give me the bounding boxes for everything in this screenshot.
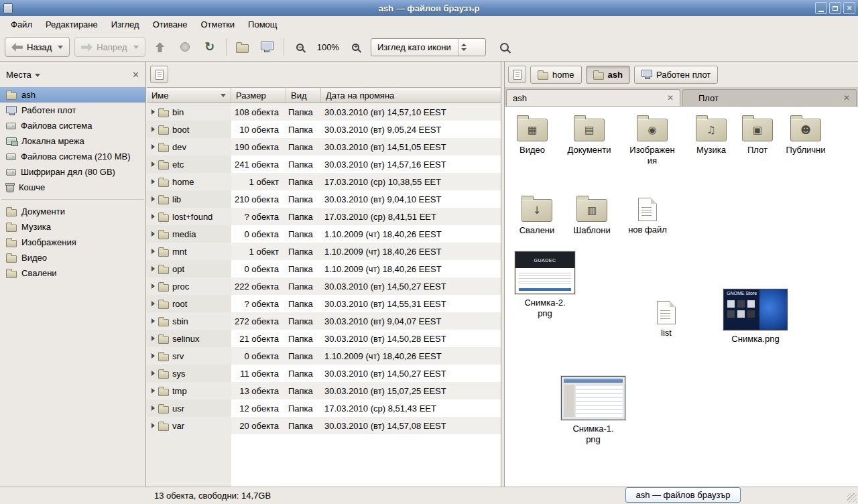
icon-view-item-video[interactable]: ▦ Видео bbox=[510, 115, 554, 155]
column-header-type[interactable]: Вид bbox=[286, 88, 321, 103]
zoom-in-button[interactable]: + bbox=[346, 37, 366, 57]
sidebar-item-filesystem-210mb[interactable]: Файлова система (210 MB) bbox=[0, 149, 145, 164]
stop-button[interactable] bbox=[175, 37, 195, 57]
sidebar-item-encrypted-80gb[interactable]: Шифриран дял (80 GB) bbox=[0, 164, 145, 180]
sidebar-item-downloads[interactable]: Свалени bbox=[0, 265, 145, 281]
computer-button[interactable] bbox=[257, 37, 278, 57]
table-row[interactable]: mnt 1 обект Папка 1.10.2009 (чт) 18,40,2… bbox=[147, 243, 501, 260]
search-button[interactable] bbox=[495, 37, 515, 57]
expander-icon[interactable] bbox=[151, 336, 155, 341]
expander-icon[interactable] bbox=[151, 301, 155, 306]
table-row[interactable]: srv 0 обекта Папка 1.10.2009 (чт) 18,40,… bbox=[147, 347, 501, 365]
expander-icon[interactable] bbox=[151, 266, 155, 271]
icon-view-item-templates[interactable]: ▥ Шаблони bbox=[568, 195, 616, 236]
menu-edit[interactable]: Редактиране bbox=[39, 17, 105, 32]
expander-icon[interactable] bbox=[151, 179, 155, 184]
expander-icon[interactable] bbox=[151, 405, 155, 411]
resize-grip[interactable] bbox=[847, 493, 857, 503]
table-row[interactable]: root ? обекта Папка 30.03.2010 (вт) 14,5… bbox=[147, 295, 501, 312]
table-row[interactable]: bin 108 обекта Папка 30.03.2010 (вт) 14,… bbox=[147, 103, 501, 121]
table-row[interactable]: tmp 13 обекта Папка 30.03.2010 (вт) 15,0… bbox=[147, 382, 501, 399]
expander-icon[interactable] bbox=[151, 249, 155, 254]
home-button[interactable] bbox=[233, 37, 253, 57]
sidebar-item-local-network[interactable]: Локална мрежа bbox=[0, 133, 145, 149]
icon-view-item-snimka1[interactable]: Снимка-1.png bbox=[560, 376, 627, 444]
expander-icon[interactable] bbox=[151, 284, 155, 289]
menu-bookmarks[interactable]: Отметки bbox=[194, 17, 241, 32]
pathbar-pane-button[interactable] bbox=[508, 66, 526, 83]
tab-ash[interactable]: ash ✕ bbox=[506, 89, 680, 106]
sidebar-item-documents[interactable]: Документи bbox=[0, 204, 145, 219]
expander-icon[interactable] bbox=[151, 231, 155, 237]
icon-view-item-desktop[interactable]: ▣ Плот bbox=[737, 115, 778, 155]
expander-icon[interactable] bbox=[151, 196, 155, 202]
close-button[interactable]: ✕ bbox=[843, 2, 855, 14]
expander-icon[interactable] bbox=[151, 144, 155, 149]
minimize-button[interactable] bbox=[815, 2, 827, 14]
icon-view-item-downloads[interactable]: ↓ Свалени bbox=[513, 195, 561, 236]
path-button-ash[interactable]: ash bbox=[586, 66, 630, 84]
path-button-desktop[interactable]: Работен плот bbox=[634, 66, 718, 84]
taskbar-window-button[interactable]: ash — файлов браузър bbox=[625, 487, 741, 503]
back-dropdown-icon[interactable] bbox=[58, 46, 63, 49]
view-mode-select[interactable]: Изглед като икони bbox=[371, 38, 486, 56]
sidebar-item-desktop[interactable]: Работен плот bbox=[0, 103, 145, 118]
table-row[interactable]: sbin 272 обекта Папка 30.03.2010 (вт) 9,… bbox=[147, 312, 501, 330]
forward-dropdown-icon[interactable] bbox=[133, 46, 139, 49]
sidebar-item-pictures[interactable]: Изображения bbox=[0, 235, 145, 250]
tab-close-icon[interactable]: ✕ bbox=[843, 94, 850, 102]
expander-icon[interactable] bbox=[151, 371, 155, 376]
table-row[interactable]: usr 12 обекта Папка 17.03.2010 (ср) 8,51… bbox=[147, 399, 501, 417]
table-row[interactable]: selinux 21 обекта Папка 30.03.2010 (вт) … bbox=[147, 330, 501, 347]
table-row[interactable]: lib 210 обекта Папка 30.03.2010 (вт) 9,0… bbox=[147, 190, 501, 208]
icon-view-item-new-file[interactable]: нов файл bbox=[625, 195, 670, 235]
path-button-home[interactable]: home bbox=[530, 66, 582, 84]
reload-button[interactable]: ↻ bbox=[200, 37, 220, 57]
icon-view-item-public[interactable]: ☻ Публични bbox=[781, 115, 831, 155]
tab-close-icon[interactable]: ✕ bbox=[667, 94, 674, 102]
icon-view-item-snimka[interactable]: GNOME Store Снимка.png bbox=[721, 289, 790, 344]
expander-icon[interactable] bbox=[151, 162, 155, 167]
table-row[interactable]: var 20 обекта Папка 30.03.2010 (вт) 14,5… bbox=[147, 417, 501, 434]
table-row[interactable]: proc 222 обекта Папка 30.03.2010 (вт) 14… bbox=[147, 277, 501, 295]
icon-view[interactable]: ▦ Видео ▤ Документи ◉ Изображения ♫ Музи… bbox=[505, 107, 858, 487]
menu-view[interactable]: Изглед bbox=[105, 17, 146, 32]
expander-icon[interactable] bbox=[151, 353, 155, 359]
expander-icon[interactable] bbox=[151, 423, 155, 428]
table-row[interactable]: dev 190 обекта Папка 30.03.2010 (вт) 14,… bbox=[147, 138, 501, 155]
sidebar-item-ash[interactable]: ash bbox=[0, 87, 145, 103]
maximize-button[interactable] bbox=[829, 2, 841, 14]
table-row[interactable]: sys 11 обекта Папка 30.03.2010 (вт) 14,5… bbox=[147, 365, 501, 382]
sidebar-item-videos[interactable]: Видео bbox=[0, 250, 145, 265]
titlebar[interactable]: ash — файлов браузър ✕ bbox=[0, 0, 858, 16]
zoom-out-button[interactable]: − bbox=[290, 37, 310, 57]
sidebar-close-icon[interactable]: ✕ bbox=[132, 70, 139, 79]
sidebar-item-filesystem[interactable]: Файлова система bbox=[0, 118, 145, 133]
table-row[interactable]: lost+found ? обекта Папка 17.03.2010 (ср… bbox=[147, 208, 501, 225]
column-header-name[interactable]: Име bbox=[147, 88, 231, 103]
menu-help[interactable]: Помощ bbox=[241, 17, 284, 32]
icon-view-item-music[interactable]: ♫ Музика bbox=[688, 115, 734, 155]
sidebar-item-music[interactable]: Музика bbox=[0, 219, 145, 235]
column-header-size[interactable]: Размер bbox=[231, 88, 286, 103]
icon-view-item-pictures[interactable]: ◉ Изображения bbox=[628, 115, 676, 166]
back-button[interactable]: Назад bbox=[5, 37, 70, 57]
expander-icon[interactable] bbox=[151, 214, 155, 219]
sidebar-item-trash[interactable]: Кошче bbox=[0, 180, 145, 195]
expander-icon[interactable] bbox=[151, 127, 155, 132]
table-row[interactable]: boot 10 обекта Папка 30.03.2010 (вт) 9,0… bbox=[147, 121, 501, 138]
expander-icon[interactable] bbox=[151, 388, 155, 393]
table-row[interactable]: etc 241 обекта Папка 30.03.2010 (вт) 14,… bbox=[147, 155, 501, 173]
expander-icon[interactable] bbox=[151, 318, 155, 324]
table-row[interactable]: opt 0 обекта Папка 1.10.2009 (чт) 18,40,… bbox=[147, 260, 501, 277]
expander-icon[interactable] bbox=[151, 109, 155, 115]
table-row[interactable]: media 0 обекта Папка 1.10.2009 (чт) 18,4… bbox=[147, 225, 501, 243]
tab-desktop[interactable]: Плот ✕ bbox=[682, 89, 857, 106]
tree-pane-button[interactable] bbox=[150, 66, 168, 83]
icon-view-item-list[interactable]: list bbox=[647, 298, 686, 338]
menu-file[interactable]: Файл bbox=[4, 17, 39, 32]
column-header-date[interactable]: Дата на промяна bbox=[321, 88, 501, 103]
menu-go[interactable]: Отиване bbox=[146, 17, 194, 32]
icon-view-item-documents[interactable]: ▤ Документи bbox=[562, 115, 616, 155]
table-row[interactable]: home 1 обект Папка 17.03.2010 (ср) 10,38… bbox=[147, 173, 501, 190]
